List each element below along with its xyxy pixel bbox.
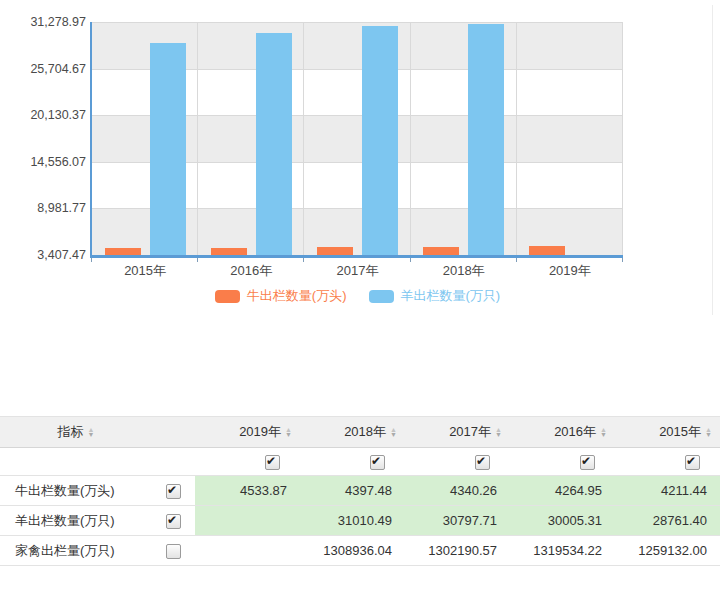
bar-group-2019年 [517,22,623,255]
table-row-cattle: 牛出栏数量(万头) 4533.87 4397.48 4340.26 4264.9… [0,476,720,506]
bar [256,33,292,255]
column-checkbox-2016[interactable] [580,455,595,470]
empty-cell [152,448,195,476]
x-axis-label: 2019年 [517,262,623,280]
bar [211,248,247,255]
cell-value: 1308936.04 [300,536,405,566]
bar-group-2015年 [92,22,198,255]
sort-icon: ▲▼ [705,427,712,437]
cell-value: 30797.71 [405,506,510,536]
bar [362,26,398,255]
y-axis-label: 14,556.07 [0,154,86,170]
row-checkbox-poultry[interactable] [166,544,181,559]
sort-icon: ▲▼ [390,427,397,437]
cell-value: 1259132.00 [615,536,720,566]
empty-cell [0,448,152,476]
column-header-label: 指标 [58,423,84,441]
x-axis-label: 2018年 [411,262,517,280]
legend-swatch [215,290,240,303]
row-label: 牛出栏数量(万头) [0,476,152,506]
table-row-sheep: 羊出栏数量(万只) 31010.49 30797.71 30005.31 287… [0,506,720,536]
bar [150,43,186,255]
chart-legend: 牛出栏数量(万头)羊出栏数量(万只) [92,287,623,305]
cell-value: 4340.26 [405,476,510,506]
cell-value [195,506,300,536]
y-axis-label: 31,278.97 [0,14,86,30]
column-header-label: 2018年 [344,423,386,441]
indicator-table: 指标 ▲▼ 2019年 ▲▼ 2018年 ▲▼ 2017年 [0,416,720,566]
cell-value: 4211.44 [615,476,720,506]
sort-icon: ▲▼ [600,427,607,437]
column-select-row [0,448,720,476]
cell-value: 1302190.57 [405,536,510,566]
column-header-label: 2015年 [659,423,701,441]
cell-value: 4533.87 [195,476,300,506]
column-header-2019[interactable]: 2019年 ▲▼ [195,417,300,448]
column-header-label: 2019年 [239,423,281,441]
column-header-2018[interactable]: 2018年 ▲▼ [300,417,405,448]
bar-group-2017年 [304,22,410,255]
row-checkbox-cattle[interactable] [166,484,181,499]
x-axis-label: 2017年 [304,262,410,280]
table-header-row: 指标 ▲▼ 2019年 ▲▼ 2018年 ▲▼ 2017年 [0,417,720,448]
plot-area [90,22,623,258]
bar-chart-panel: 31,278.9725,704.6720,130.3714,556.078,98… [0,0,720,416]
bar [105,248,141,255]
column-header-2017[interactable]: 2017年 ▲▼ [405,417,510,448]
legend-item[interactable]: 牛出栏数量(万头) [215,287,347,305]
cell-value: 30005.31 [510,506,615,536]
row-checkbox-sheep[interactable] [166,514,181,529]
legend-swatch [369,290,394,303]
cell-value: 4264.95 [510,476,615,506]
bar [468,24,504,255]
column-header-checkbox-spacer [152,417,195,448]
bar-group-2018年 [411,22,517,255]
bar [529,246,565,255]
column-header-label: 2016年 [554,423,596,441]
y-axis-label: 3,407.47 [0,247,86,263]
legend-label: 牛出栏数量(万头) [247,287,347,305]
cell-value: 28761.40 [615,506,720,536]
bar [317,247,353,255]
y-axis-label: 8,981.77 [0,200,86,216]
cell-value: 1319534.22 [510,536,615,566]
cell-value: 4397.48 [300,476,405,506]
y-axis-label: 25,704.67 [0,61,86,77]
cell-value: 31010.49 [300,506,405,536]
bar-group-2016年 [198,22,304,255]
column-header-2015[interactable]: 2015年 ▲▼ [615,417,720,448]
x-axis-label: 2015年 [92,262,198,280]
bar [423,247,459,255]
sort-icon: ▲▼ [495,427,502,437]
panel-right-border [712,5,713,315]
x-axis-label: 2016年 [198,262,304,280]
column-checkbox-2017[interactable] [475,455,490,470]
legend-label: 羊出栏数量(万只) [401,287,501,305]
legend-item[interactable]: 羊出栏数量(万只) [369,287,501,305]
column-header-indicator[interactable]: 指标 ▲▼ [0,417,152,448]
y-axis: 31,278.9725,704.6720,130.3714,556.078,98… [0,0,86,290]
row-label: 羊出栏数量(万只) [0,506,152,536]
sort-icon: ▲▼ [88,427,95,437]
table-row-poultry: 家禽出栏量(万只) 1308936.04 1302190.57 1319534.… [0,536,720,566]
column-header-label: 2017年 [449,423,491,441]
y-axis-label: 20,130.37 [0,107,86,123]
x-axis-labels: 2015年2016年2017年2018年2019年 [92,261,623,280]
column-checkbox-2019[interactable] [265,455,280,470]
column-checkbox-2018[interactable] [370,455,385,470]
cell-value [195,536,300,566]
column-checkbox-2015[interactable] [685,455,700,470]
row-label: 家禽出栏量(万只) [0,536,152,566]
sort-icon: ▲▼ [285,427,292,437]
column-header-2016[interactable]: 2016年 ▲▼ [510,417,615,448]
